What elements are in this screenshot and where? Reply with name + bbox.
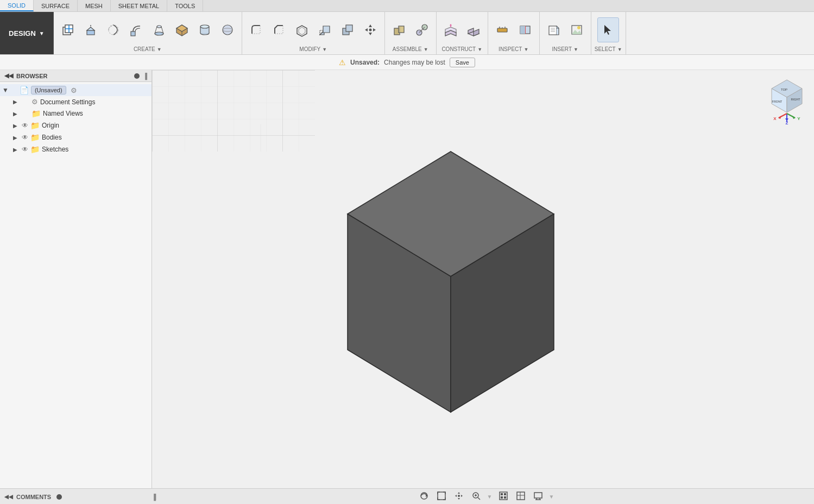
browser-item-named-views[interactable]: ▶ 📁 Named Views xyxy=(0,108,152,119)
create-cylinder-btn[interactable] xyxy=(194,17,216,42)
modify-fillet-btn[interactable] xyxy=(245,17,267,42)
modify-combine-btn[interactable] xyxy=(337,17,358,42)
select-label[interactable]: SELECT ▼ xyxy=(595,45,622,52)
insert-canvas-btn[interactable] xyxy=(566,17,588,42)
extrude-icon xyxy=(83,22,98,37)
construct-plane-btn[interactable] xyxy=(440,17,462,42)
svg-marker-110 xyxy=(455,495,457,497)
create-extrude-btn[interactable] xyxy=(80,17,102,42)
design-button[interactable]: DESIGN ▼ xyxy=(0,12,54,54)
cylinder-icon xyxy=(197,22,212,37)
scale-icon xyxy=(317,22,332,37)
bottom-left-section: ◀◀ COMMENTS ▐ xyxy=(4,494,156,500)
svg-marker-62 xyxy=(604,25,611,35)
zoom-dropdown-arrow[interactable]: ▼ xyxy=(487,494,493,500)
browser-resize-handle[interactable]: ▐ xyxy=(143,73,147,79)
assemble-label[interactable]: ASSEMBLE ▼ xyxy=(393,45,428,52)
zoom-btn[interactable] xyxy=(470,491,483,502)
origin-eye-icon[interactable]: 👁 xyxy=(22,122,28,129)
create-icons xyxy=(57,14,238,45)
browser-menu-dot[interactable] xyxy=(134,73,140,79)
sketches-label: Sketches xyxy=(42,146,68,153)
toolbar-group-construct: CONSTRUCT ▼ xyxy=(437,12,488,54)
insert-mesh-btn[interactable] xyxy=(543,17,565,42)
fit-btn[interactable] xyxy=(435,491,448,502)
modify-label[interactable]: MODIFY ▼ xyxy=(299,45,327,52)
construct-label[interactable]: CONSTRUCT ▼ xyxy=(441,45,482,52)
grid-btn[interactable] xyxy=(514,491,527,502)
axis-cube[interactable]: TOP FRONT RIGHT Z X Y xyxy=(765,75,809,119)
svg-text:RIGHT: RIGHT xyxy=(791,98,800,101)
notification-bar: ⚠ Unsaved: Changes may be lost Save xyxy=(0,55,814,70)
comments-back-arrow[interactable]: ◀◀ xyxy=(4,494,13,500)
bodies-expand: ▶ xyxy=(13,135,20,141)
tab-mesh[interactable]: MESH xyxy=(78,0,111,11)
root-settings-icon[interactable]: ⚙ xyxy=(71,86,77,94)
svg-text:TOP: TOP xyxy=(781,88,787,91)
toolbar-group-create: CREATE ▼ xyxy=(54,12,242,54)
assemble-new-icon xyxy=(392,22,407,37)
box-icon xyxy=(174,22,190,37)
display-btn[interactable] xyxy=(532,491,545,502)
inspect-section-btn[interactable] xyxy=(514,17,536,42)
svg-rect-54 xyxy=(520,26,525,34)
revolve-icon xyxy=(106,22,121,37)
tab-sheet-metal[interactable]: SHEET METAL xyxy=(111,0,167,11)
inspect-label[interactable]: INSPECT ▼ xyxy=(499,45,528,52)
pan-btn[interactable] xyxy=(452,491,465,502)
assemble-new-btn[interactable] xyxy=(388,17,410,42)
doc-settings-expand: ▶ xyxy=(13,99,20,105)
modify-move-btn[interactable] xyxy=(359,17,381,42)
svg-marker-32 xyxy=(365,28,368,32)
create-sphere-btn[interactable] xyxy=(217,17,238,42)
bottom-toolbar: ▼ ▼ xyxy=(162,491,810,502)
svg-marker-5 xyxy=(87,27,94,30)
modify-chamfer-btn[interactable] xyxy=(268,17,290,42)
svg-text:Z: Z xyxy=(786,121,788,124)
viewport[interactable]: TOP FRONT RIGHT Z X Y xyxy=(152,70,814,488)
bottom-bar: ◀◀ COMMENTS ▐ ▼ ▼ xyxy=(0,488,814,504)
select-cursor-btn[interactable] xyxy=(597,17,619,42)
tab-surface[interactable]: SURFACE xyxy=(34,0,78,11)
modify-shell-btn[interactable] xyxy=(291,17,313,42)
svg-point-34 xyxy=(369,28,371,31)
modify-scale-btn[interactable] xyxy=(314,17,336,42)
svg-rect-121 xyxy=(504,496,506,499)
move-icon xyxy=(363,22,378,37)
display-dropdown-arrow[interactable]: ▼ xyxy=(549,494,554,500)
insert-mesh-icon xyxy=(546,22,561,37)
insert-label[interactable]: INSERT ▼ xyxy=(552,45,578,52)
view-mode-btn[interactable] xyxy=(497,491,510,502)
toolbar-group-select: SELECT ▼ xyxy=(591,12,626,54)
3d-cube xyxy=(315,135,586,429)
svg-marker-109 xyxy=(458,498,460,500)
tab-tools[interactable]: TOOLS xyxy=(167,0,203,11)
comments-resize[interactable]: ▐ xyxy=(152,494,156,500)
browser-item-root[interactable]: ▼ 📄 (Unsaved) ⚙ xyxy=(0,84,152,96)
construct-dropdown-icon: ▼ xyxy=(477,47,482,52)
construct-axis-btn[interactable] xyxy=(463,17,484,42)
back-arrow-icon[interactable]: ◀◀ xyxy=(4,72,13,79)
browser-item-origin[interactable]: ▶ 👁 📁 Origin xyxy=(0,119,152,131)
inspect-measure-btn[interactable] xyxy=(491,17,513,42)
browser-item-bodies[interactable]: ▶ 👁 📁 Bodies xyxy=(0,131,152,143)
combine-icon xyxy=(340,22,355,37)
create-loft-btn[interactable] xyxy=(148,17,170,42)
main-area: ◀◀ BROWSER ▐ ▼ 📄 (Unsaved) ⚙ ▶ ⚙ xyxy=(0,70,814,488)
tab-solid[interactable]: SOLID xyxy=(0,0,34,11)
sketches-eye-icon[interactable]: 👁 xyxy=(22,146,28,153)
toolbar-group-assemble: ASSEMBLE ▼ xyxy=(385,12,437,54)
browser-item-sketches[interactable]: ▶ 👁 📁 Sketches xyxy=(0,143,152,155)
create-label[interactable]: CREATE ▼ xyxy=(134,45,162,52)
create-box-btn[interactable] xyxy=(171,17,193,42)
chamfer-icon xyxy=(272,22,287,37)
create-sweep-btn[interactable] xyxy=(125,17,147,42)
create-revolve-btn[interactable] xyxy=(103,17,124,42)
save-button[interactable]: Save xyxy=(450,58,475,67)
orbit-btn[interactable] xyxy=(418,491,431,502)
create-new-component-btn[interactable] xyxy=(57,17,79,42)
browser-item-doc-settings[interactable]: ▶ ⚙ Document Settings xyxy=(0,96,152,108)
assemble-joint-btn[interactable] xyxy=(411,17,433,42)
bodies-eye-icon[interactable]: 👁 xyxy=(22,134,28,141)
svg-rect-122 xyxy=(517,492,525,500)
